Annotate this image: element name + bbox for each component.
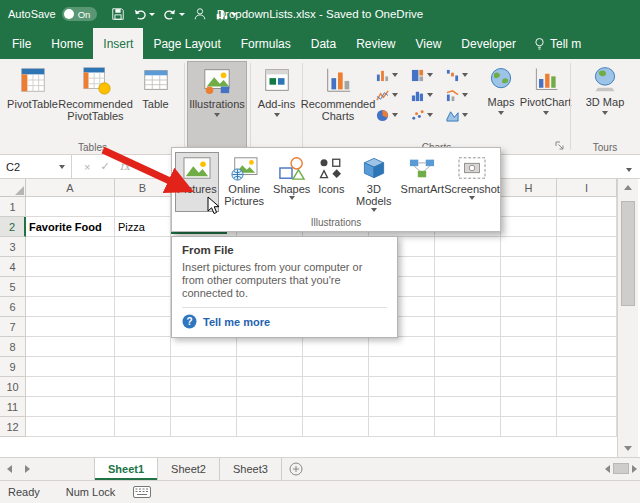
maps-button[interactable]: Maps xyxy=(480,61,522,151)
autosave-toggle[interactable]: On xyxy=(62,7,98,21)
tab-home[interactable]: Home xyxy=(41,28,93,59)
cell-G11[interactable] xyxy=(435,397,501,417)
column-header-I[interactable]: I xyxy=(557,179,617,197)
pivotchart-button[interactable]: PivotChart xyxy=(522,61,569,151)
addins-button[interactable]: Add-ins xyxy=(253,61,300,151)
row-header-8[interactable]: 8 xyxy=(0,337,26,357)
cell-G10[interactable] xyxy=(435,377,501,397)
chart-histogram-button[interactable] xyxy=(409,86,435,104)
cell-I11[interactable] xyxy=(557,397,617,417)
cell-H8[interactable] xyxy=(501,337,557,357)
cell-D10[interactable] xyxy=(237,377,303,397)
chart-scatter-button[interactable] xyxy=(409,106,435,124)
cell-G9[interactable] xyxy=(435,357,501,377)
cell-I7[interactable] xyxy=(557,317,617,337)
customize-toolbar-button[interactable] xyxy=(213,3,239,25)
cell-I9[interactable] xyxy=(557,357,617,377)
cell-B6[interactable] xyxy=(115,297,171,317)
cell-H6[interactable] xyxy=(501,297,557,317)
cell-H5[interactable] xyxy=(501,277,557,297)
share-button[interactable] xyxy=(191,3,209,25)
recommended-charts-button[interactable]: Recommended Charts xyxy=(306,61,370,151)
row-header-5[interactable]: 5 xyxy=(0,277,26,297)
cell-B11[interactable] xyxy=(115,397,171,417)
cell-I2[interactable] xyxy=(557,217,617,237)
vertical-scroll-thumb[interactable] xyxy=(621,201,635,306)
sheet-tab-sheet2[interactable]: Sheet2 xyxy=(158,458,220,480)
cell-H1[interactable] xyxy=(501,197,557,217)
save-button[interactable] xyxy=(109,3,127,25)
cell-D11[interactable] xyxy=(237,397,303,417)
cell-H3[interactable] xyxy=(501,237,557,257)
scroll-up-icon[interactable] xyxy=(624,185,632,190)
pivottable-button[interactable]: PivotTable xyxy=(4,61,61,151)
cell-I4[interactable] xyxy=(557,257,617,277)
sheet-tab-sheet3[interactable]: Sheet3 xyxy=(220,458,282,480)
row-header-9[interactable]: 9 xyxy=(0,357,26,377)
cell-B5[interactable] xyxy=(115,277,171,297)
cell-F9[interactable] xyxy=(369,357,435,377)
horizontal-scroll-thumb[interactable] xyxy=(613,463,629,474)
cell-E9[interactable] xyxy=(303,357,369,377)
3d-map-button[interactable]: 3D Map xyxy=(580,61,630,151)
sheet-nav-left-button[interactable] xyxy=(0,458,18,480)
macro-record-button[interactable] xyxy=(133,486,151,498)
menu-item-online-pictures[interactable]: Online Pictures xyxy=(219,152,270,212)
cell-F11[interactable] xyxy=(369,397,435,417)
row-header-10[interactable]: 10 xyxy=(0,377,26,397)
cell-B4[interactable] xyxy=(115,257,171,277)
cell-B10[interactable] xyxy=(115,377,171,397)
chart-hierarchy-button[interactable] xyxy=(409,66,435,84)
column-header-H[interactable]: H xyxy=(501,179,557,197)
row-header-2[interactable]: 2 xyxy=(0,217,26,237)
row-header-1[interactable]: 1 xyxy=(0,197,26,217)
cell-I8[interactable] xyxy=(557,337,617,357)
vertical-scrollbar[interactable] xyxy=(617,179,638,457)
cell-C8[interactable] xyxy=(171,337,237,357)
cell-B3[interactable] xyxy=(115,237,171,257)
cell-A6[interactable] xyxy=(26,297,115,317)
formula-bar-expand-icon[interactable] xyxy=(626,168,632,172)
recommended-pivottables-button[interactable]: Recommended PivotTables xyxy=(62,61,129,151)
cell-E11[interactable] xyxy=(303,397,369,417)
cell-G8[interactable] xyxy=(435,337,501,357)
chart-pie-button[interactable] xyxy=(374,106,400,124)
cell-C10[interactable] xyxy=(171,377,237,397)
cell-C11[interactable] xyxy=(171,397,237,417)
row-header-4[interactable]: 4 xyxy=(0,257,26,277)
cell-G4[interactable] xyxy=(435,257,501,277)
cell-C9[interactable] xyxy=(171,357,237,377)
cell-B7[interactable] xyxy=(115,317,171,337)
menu-item-smartart[interactable]: SmartArt xyxy=(399,152,446,212)
tab-formulas[interactable]: Formulas xyxy=(231,28,301,59)
cell-A7[interactable] xyxy=(26,317,115,337)
column-header-A[interactable]: A xyxy=(26,179,115,197)
cell-F8[interactable] xyxy=(369,337,435,357)
redo-button[interactable] xyxy=(161,3,187,25)
cell-A12[interactable] xyxy=(26,417,115,437)
menu-item-screenshot[interactable]: Screenshot xyxy=(446,152,498,212)
cell-I1[interactable] xyxy=(557,197,617,217)
row-header-11[interactable]: 11 xyxy=(0,397,26,417)
tab-data[interactable]: Data xyxy=(301,28,346,59)
horizontal-scrollbar[interactable] xyxy=(605,460,637,477)
cell-H10[interactable] xyxy=(501,377,557,397)
cell-I3[interactable] xyxy=(557,237,617,257)
menu-item-shapes[interactable]: Shapes xyxy=(270,152,314,212)
chart-combo-button[interactable] xyxy=(444,86,470,104)
tab-insert[interactable]: Insert xyxy=(93,28,143,59)
cell-H2[interactable] xyxy=(501,217,557,237)
illustrations-button[interactable]: Illustrations xyxy=(187,61,247,151)
cell-I10[interactable] xyxy=(557,377,617,397)
cell-G3[interactable] xyxy=(435,237,501,257)
scroll-right-icon[interactable] xyxy=(632,465,637,473)
cell-A10[interactable] xyxy=(26,377,115,397)
row-header-6[interactable]: 6 xyxy=(0,297,26,317)
charts-dialog-launcher[interactable] xyxy=(554,140,565,151)
tab-view[interactable]: View xyxy=(406,28,452,59)
cell-E10[interactable] xyxy=(303,377,369,397)
insert-function-button[interactable]: fx xyxy=(120,160,130,173)
cell-H9[interactable] xyxy=(501,357,557,377)
cell-A4[interactable] xyxy=(26,257,115,277)
cell-F12[interactable] xyxy=(369,417,435,437)
